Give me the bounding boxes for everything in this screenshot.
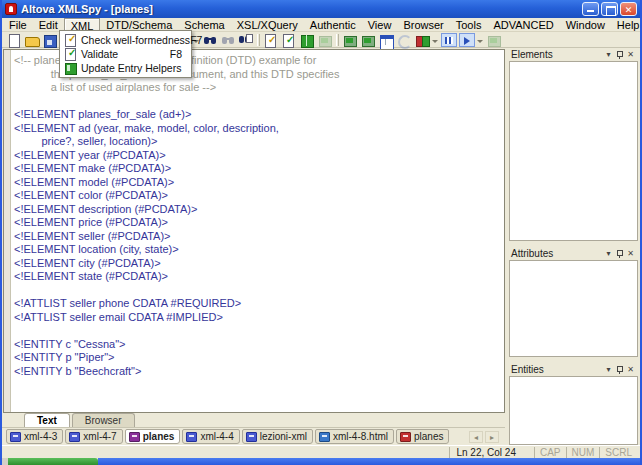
close-icon[interactable]: ✕ <box>625 365 636 375</box>
panel-title: Attributes <box>511 248 603 259</box>
menuitem-label: Validate <box>81 48 170 60</box>
tab-scroll-left-icon[interactable]: ◂ <box>469 431 483 443</box>
code-line: <!ELEMENT description (#PCDATA)> <box>14 203 502 217</box>
menu-xsl-xquery[interactable]: XSL/XQuery <box>231 18 304 32</box>
entry-helpers-refresh-icon[interactable] <box>486 33 502 47</box>
doc-tab[interactable]: xml-4-7 <box>65 429 122 444</box>
menu-advanced[interactable]: ADVANCED <box>487 18 559 32</box>
toolbar-overflow-chevron[interactable] <box>477 40 483 43</box>
database-import-icon[interactable] <box>414 33 430 47</box>
editor-column: <!-- planes.dtd - a document type defini… <box>2 48 505 445</box>
elements-panel-body[interactable] <box>509 61 638 241</box>
doc-tab-label: xml-4-8.html <box>333 431 388 442</box>
update-entry-helpers-icon <box>64 62 76 74</box>
xmlspy-window: Altova XMLSpy - [planes] File Edit XML D… <box>0 0 642 465</box>
title-bar[interactable]: Altova XMLSpy - [planes] <box>2 0 640 18</box>
pin-icon[interactable] <box>614 249 625 259</box>
insert-row-icon[interactable] <box>360 33 376 47</box>
append-row-icon[interactable] <box>342 33 358 47</box>
menu-view[interactable]: View <box>362 18 398 32</box>
document-tabs: xml-4-3 xml-4-7 planes xml-4-4 lezioni-x… <box>2 428 505 445</box>
attributes-panel-body[interactable] <box>509 260 638 357</box>
code-line: <!ENTITY p "Piper"> <box>14 351 502 365</box>
menu-browser[interactable]: Browser <box>397 18 449 32</box>
xml-menu-popup: Check well-formedness F7 Validate F8 Upd… <box>59 30 192 78</box>
xml-file-icon <box>246 432 257 442</box>
code-line: <!ELEMENT city (#PCDATA)> <box>14 257 502 271</box>
view-tabs: Text Browser <box>2 413 505 428</box>
menuitem-check-well-formedness[interactable]: Check well-formedness F7 <box>60 33 191 47</box>
open-file-icon[interactable] <box>24 33 40 47</box>
enhanced-grid-view-icon[interactable] <box>441 33 457 47</box>
elements-panel-header: Elements ▾ ✕ <box>509 48 638 61</box>
tab-scroll-right-icon[interactable]: ▸ <box>485 431 499 443</box>
taskbar-strip[interactable] <box>98 458 640 465</box>
doc-tab[interactable]: xml-4-4 <box>182 429 239 444</box>
refresh-icon <box>396 33 412 47</box>
menu-help[interactable]: Help <box>611 18 642 32</box>
check-well-formedness-icon <box>64 34 76 46</box>
menu-authentic[interactable]: Authentic <box>304 18 362 32</box>
doc-tab[interactable]: xml-4-8.html <box>315 429 394 444</box>
close-button[interactable] <box>620 2 637 16</box>
text-editor[interactable]: <!-- planes.dtd - a document type defini… <box>3 49 505 413</box>
menu-file[interactable]: File <box>3 18 33 32</box>
menuitem-update-entry-helpers[interactable]: Update Entry Helpers <box>60 61 191 75</box>
xml-file-icon <box>186 432 197 442</box>
scroll-lock-indicator: SCRL <box>599 447 640 458</box>
tab-text-view[interactable]: Text <box>24 413 70 427</box>
check-well-formedness-icon[interactable] <box>263 33 279 47</box>
caps-lock-indicator: CAP <box>534 447 566 458</box>
new-document-icon[interactable] <box>6 33 22 47</box>
dtd-file-icon <box>129 432 140 442</box>
save-file-icon[interactable] <box>42 33 58 47</box>
xml-file-icon <box>10 432 21 442</box>
code-line: a list of used airplanes for sale --> <box>14 81 502 95</box>
menuitem-label: Update Entry Helpers <box>81 62 182 74</box>
dtd-file-icon <box>400 432 411 442</box>
dtd-source-code: <!-- planes.dtd - a document type defini… <box>14 54 502 378</box>
doc-tab-active[interactable]: planes <box>125 429 181 444</box>
assign-dtd-schema-icon[interactable] <box>299 33 315 47</box>
code-line: <!ELEMENT color (#PCDATA)> <box>14 189 502 203</box>
code-line <box>14 284 502 298</box>
chevron-down-icon[interactable]: ▾ <box>603 249 614 259</box>
find-in-files-icon[interactable] <box>238 33 254 47</box>
doc-tab[interactable]: planes <box>396 429 449 444</box>
doc-tab-label: lezioni-xml <box>260 431 307 442</box>
html-file-icon <box>319 432 330 442</box>
menu-window[interactable]: Window <box>560 18 611 32</box>
editor-gutter <box>4 50 11 412</box>
chevron-down-icon[interactable]: ▾ <box>603 50 614 60</box>
code-line: <!ELEMENT price (#PCDATA)> <box>14 216 502 230</box>
minimize-button[interactable] <box>582 2 599 16</box>
doc-tab-label: xml-4-4 <box>200 431 233 442</box>
doc-tab-label: planes <box>414 431 443 442</box>
close-icon[interactable]: ✕ <box>625 249 636 259</box>
browser-view-icon[interactable] <box>459 33 475 47</box>
code-line: <!ATTLIST seller phone CDATA #REQUIRED> <box>14 297 502 311</box>
toolbar-overflow-chevron[interactable] <box>432 40 438 43</box>
code-line: <!ELEMENT state (#PCDATA)> <box>14 270 502 284</box>
code-line: <!ENTITY b "Beechcraft"> <box>14 365 502 379</box>
tab-browser-view[interactable]: Browser <box>72 413 135 427</box>
doc-tab[interactable]: lezioni-xml <box>242 429 313 444</box>
code-line: <!ENTITY c "Cessna"> <box>14 338 502 352</box>
entities-panel-body[interactable] <box>509 376 638 445</box>
pin-icon[interactable] <box>614 50 625 60</box>
table-view-icon[interactable] <box>378 33 394 47</box>
chevron-down-icon[interactable]: ▾ <box>603 365 614 375</box>
pin-icon[interactable] <box>614 365 625 375</box>
doc-tab[interactable]: xml-4-3 <box>6 429 63 444</box>
start-button[interactable] <box>8 458 98 465</box>
panel-title: Entities <box>511 364 603 375</box>
toolbar-separator <box>257 34 260 46</box>
validate-icon[interactable] <box>281 33 297 47</box>
code-line: <!ELEMENT make (#PCDATA)> <box>14 162 502 176</box>
restore-button[interactable] <box>601 2 618 16</box>
menuitem-shortcut: F7 <box>190 34 208 46</box>
menuitem-validate[interactable]: Validate F8 <box>60 47 191 61</box>
menu-tools[interactable]: Tools <box>450 18 488 32</box>
code-line: <!ATTLIST seller email CDATA #IMPLIED> <box>14 311 502 325</box>
close-icon[interactable]: ✕ <box>625 50 636 60</box>
